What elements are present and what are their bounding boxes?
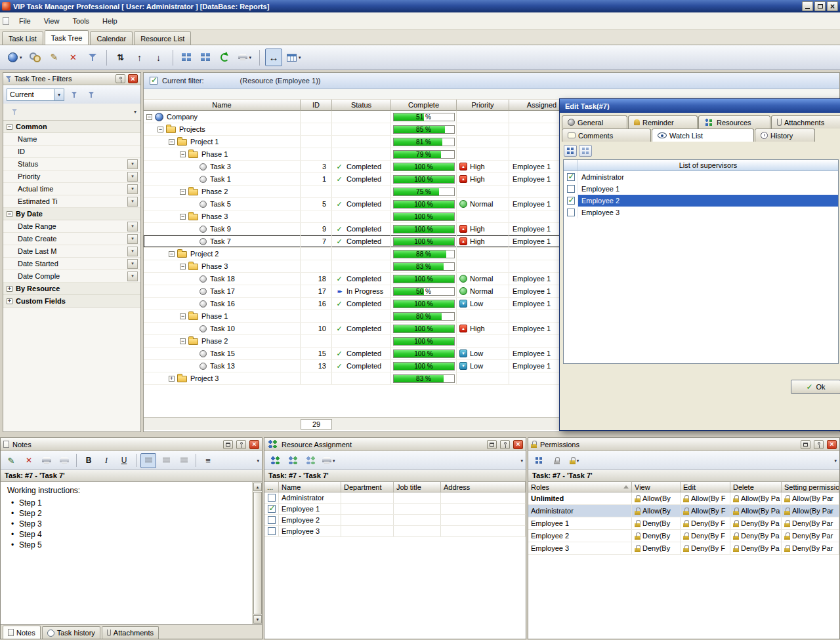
- notes-restore-button[interactable]: [223, 440, 233, 449]
- notes-pin-button[interactable]: [236, 440, 246, 449]
- resource-close-button[interactable]: [513, 440, 523, 449]
- resource-column-[interactable]: ...: [264, 482, 279, 492]
- chevron-down-icon[interactable]: ▾: [249, 55, 252, 60]
- fit-columns-button[interactable]: [265, 49, 282, 66]
- resource-restore-button[interactable]: [487, 440, 497, 449]
- assign-resources-button[interactable]: [178, 49, 196, 66]
- spell-check-button[interactable]: [3, 453, 19, 468]
- filter-field-date-range[interactable]: Date Range▾: [3, 220, 140, 233]
- filter-field-actual-time[interactable]: Actual time▾: [3, 183, 140, 195]
- resource-row-employee-3[interactable]: Employee 3: [264, 526, 526, 537]
- expand-collapse-button[interactable]: [112, 49, 129, 66]
- collapse-expander-icon[interactable]: −: [180, 189, 186, 195]
- supervisor-row-administrator[interactable]: Administrator: [564, 171, 838, 183]
- filter-field-date-started[interactable]: Date Started▾: [3, 258, 140, 270]
- column-header-complete[interactable]: Complete: [391, 100, 457, 111]
- menu-view[interactable]: View: [38, 15, 66, 27]
- menu-file[interactable]: File: [13, 15, 37, 27]
- supervisor-row-employee-2[interactable]: Employee 2: [564, 195, 838, 207]
- expand-icon[interactable]: +: [7, 286, 12, 292]
- toolbar-overflow-icon[interactable]: ▾: [520, 458, 523, 463]
- resource-row-administrator[interactable]: Administrator: [264, 492, 526, 504]
- supervisor-checkbox[interactable]: [567, 173, 575, 181]
- resource-column-department[interactable]: Department: [341, 482, 394, 492]
- bold-button[interactable]: [81, 453, 96, 468]
- set-permission-button[interactable]: [531, 453, 547, 468]
- resource-row-employee-1[interactable]: Employee 1: [264, 504, 526, 515]
- filter-field-name[interactable]: Name: [3, 133, 140, 146]
- scroll-thumb[interactable]: [253, 492, 262, 614]
- filter-field-dropdown[interactable]: ▾: [127, 271, 138, 281]
- filter-field-dropdown[interactable]: ▾: [127, 234, 138, 244]
- align-right-button[interactable]: [176, 453, 192, 468]
- permissions-column-roles[interactable]: Roles: [528, 482, 632, 492]
- align-left-button[interactable]: [140, 453, 156, 468]
- dialog-tab-comments[interactable]: Comments: [562, 129, 651, 142]
- filter-section-common[interactable]: −Common: [3, 121, 140, 133]
- permissions-pin-button[interactable]: [814, 440, 824, 449]
- filter-field-date-last-m[interactable]: Date Last M▾: [3, 245, 140, 258]
- column-header-priority[interactable]: Priority: [457, 100, 509, 111]
- filter-field-dropdown[interactable]: ▾: [127, 172, 138, 182]
- add-resource-button[interactable]: [285, 453, 301, 468]
- chevron-down-icon[interactable]: ▾: [299, 55, 301, 60]
- resource-row-employee-2[interactable]: Employee 2: [264, 515, 526, 526]
- filter-field-dropdown[interactable]: ▾: [127, 159, 138, 169]
- column-header-name[interactable]: Name: [144, 100, 301, 111]
- new-task-button[interactable]: ▾: [5, 49, 25, 66]
- dialog-tab-attachments[interactable]: Attachments: [771, 115, 840, 129]
- collapse-expander-icon[interactable]: −: [169, 251, 175, 257]
- italic-button[interactable]: [98, 453, 114, 468]
- customize-columns-button[interactable]: ▾: [284, 49, 304, 66]
- view-tab-calendar[interactable]: Calendar: [90, 31, 133, 45]
- filter-field-date-create[interactable]: Date Create▾: [3, 233, 140, 245]
- resource-checkbox[interactable]: [268, 494, 276, 502]
- close-filters-button[interactable]: [128, 74, 138, 83]
- supervisor-checkbox[interactable]: [567, 197, 575, 205]
- resource-column-job-title[interactable]: Job title: [394, 482, 441, 492]
- view-tab-task-list[interactable]: Task List: [2, 31, 43, 45]
- collapse-icon[interactable]: −: [7, 124, 12, 130]
- filter-field-dropdown[interactable]: ▾: [127, 184, 138, 194]
- filter-field-dropdown[interactable]: ▾: [127, 259, 138, 269]
- scroll-down-icon[interactable]: ▼: [253, 615, 262, 624]
- filter-field-date-comple[interactable]: Date Comple▾: [3, 270, 140, 283]
- dialog-tab-reminder[interactable]: Reminder: [628, 115, 698, 129]
- resource-pin-button[interactable]: [500, 440, 510, 449]
- underline-button[interactable]: [116, 453, 132, 468]
- current-filter-checkbox[interactable]: [150, 77, 158, 85]
- supervisor-checkbox[interactable]: [567, 185, 575, 193]
- complete-task-button[interactable]: [27, 49, 44, 66]
- tab-attachments[interactable]: Attachments: [102, 626, 159, 639]
- collapse-expander-icon[interactable]: −: [180, 264, 186, 270]
- unlock-button[interactable]: ▾: [566, 453, 582, 468]
- notes-close-button[interactable]: [249, 440, 259, 449]
- move-up-button[interactable]: [131, 49, 148, 66]
- expand-icon[interactable]: +: [7, 298, 12, 304]
- collapse-expander-icon[interactable]: −: [180, 313, 186, 319]
- maximize-button[interactable]: [814, 1, 826, 11]
- minimize-button[interactable]: [802, 1, 813, 11]
- filter-field-dropdown[interactable]: ▾: [127, 197, 138, 207]
- resource-checkbox[interactable]: [268, 505, 276, 513]
- permissions-column-view[interactable]: View: [632, 482, 681, 492]
- dialog-tab-history[interactable]: History: [755, 129, 815, 142]
- permissions-column-delete[interactable]: Delete: [730, 482, 782, 492]
- toolbar-overflow-icon[interactable]: ▾: [134, 109, 136, 115]
- tab-notes[interactable]: Notes: [3, 626, 41, 639]
- filter-field-dropdown[interactable]: ▾: [127, 222, 138, 231]
- toolbar-overflow-icon[interactable]: ▾: [257, 458, 259, 463]
- dialog-tab-watch-list[interactable]: Watch List: [652, 129, 754, 142]
- collapse-expander-icon[interactable]: −: [158, 127, 163, 132]
- filter-field-status[interactable]: Status▾: [3, 158, 140, 170]
- filter-field-id[interactable]: ID: [3, 146, 140, 158]
- bullet-list-button[interactable]: [200, 453, 216, 468]
- apply-filter-button[interactable]: [67, 88, 81, 102]
- permission-row-administrator[interactable]: AdministratorAllow(ByAllow(By FAllow(By …: [528, 505, 839, 517]
- column-header-id[interactable]: ID: [301, 100, 332, 111]
- check-all-button[interactable]: [564, 145, 577, 157]
- dialog-tab-general[interactable]: General: [562, 115, 627, 129]
- print-preview-button[interactable]: [56, 453, 72, 468]
- close-button[interactable]: [827, 1, 838, 11]
- filter-section-by-date[interactable]: −By Date: [3, 208, 140, 220]
